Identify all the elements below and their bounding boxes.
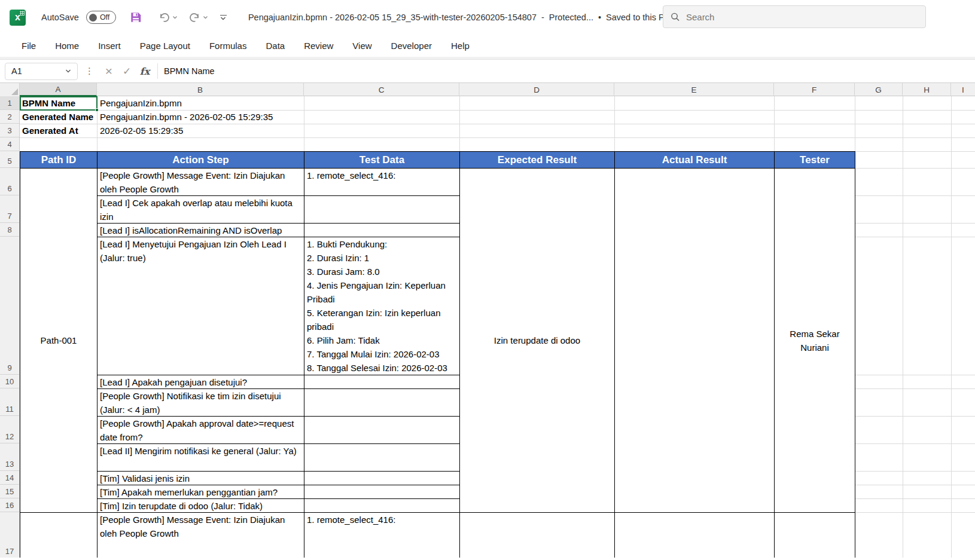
search-input[interactable] [686,12,918,22]
header-expected-result[interactable]: Expected Result [460,152,615,169]
tab-developer[interactable]: Developer [382,37,441,54]
cell-action-step[interactable]: [People Growth] Message Event: Izin Diaj… [98,513,304,558]
cell-test-data[interactable] [304,444,460,472]
row-header-17[interactable]: 17 [0,512,19,558]
cell-test-data[interactable] [304,389,460,417]
row-header-14[interactable]: 14 [0,471,19,485]
cell-action-step[interactable]: [Lead I] isAllocationRemaining AND isOve… [98,224,304,237]
row-header-11[interactable]: 11 [0,388,19,416]
cell-action-step[interactable]: [People Growth] Apakah approval date>=re… [98,417,304,444]
cell-path-id-next[interactable] [20,513,98,558]
column-header-e[interactable]: E [614,83,774,96]
excel-app-icon[interactable]: x [10,10,26,26]
row-header-5[interactable]: 5 [0,151,19,168]
cancel-button[interactable]: × [100,63,118,79]
column-header-d[interactable]: D [459,83,614,96]
cell-test-data[interactable]: 1. Bukti Pendukung: 2. Durasi Izin: 1 3.… [304,237,460,375]
cell-actual-result-next[interactable] [615,513,775,558]
cell-b3[interactable]: 2026-02-05 15:29:35 [97,124,304,137]
undo-dropdown-icon[interactable] [172,16,178,19]
name-box[interactable]: A1 [5,63,78,80]
row-header-9[interactable]: 9 [0,237,19,375]
column-header-c[interactable]: C [304,83,459,96]
redo-button[interactable] [188,12,208,23]
column-header-g[interactable]: G [855,83,903,96]
protected-label[interactable]: Protected... [549,13,593,22]
undo-button[interactable] [158,12,178,23]
cell-expected-result[interactable]: Izin terupdate di odoo [460,169,615,513]
column-header-i[interactable]: I [951,83,975,96]
cell-action-step[interactable]: [Lead I] Apakah pengajuan disetujui? [98,375,304,389]
customize-toolbar-button[interactable] [220,15,227,20]
header-actual-result[interactable]: Actual Result [615,152,775,169]
row-header-2[interactable]: 2 [0,110,19,124]
cell-test-data[interactable] [304,417,460,444]
cell-test-data[interactable] [304,472,460,485]
tab-insert[interactable]: Insert [89,37,130,54]
cell-test-data[interactable] [304,196,460,224]
cell-action-step[interactable]: [People Growth] Message Event: Izin Diaj… [98,169,304,196]
cell-action-step[interactable]: [People Growth] Notifikasi ke tim izin d… [98,389,304,417]
header-tester[interactable]: Tester [775,152,855,169]
cell-a2[interactable]: Generated Name [20,110,97,124]
cell-test-data[interactable] [304,224,460,237]
insert-function-button[interactable]: fx [136,63,154,79]
cell-path-id[interactable]: Path-001 [20,169,98,513]
tab-data[interactable]: Data [256,37,294,54]
cell-test-data[interactable] [304,375,460,389]
search-bar[interactable] [663,5,926,28]
cell-tester[interactable]: Rema Sekar Nuriani [775,169,855,513]
tab-file[interactable]: File [12,37,45,54]
redo-dropdown-icon[interactable] [203,16,208,19]
row-header-3[interactable]: 3 [0,124,19,137]
tab-review[interactable]: Review [294,37,343,54]
cell-action-step[interactable]: [Tim] Izin terupdate di odoo (Jalur: Tid… [98,499,304,513]
column-header-b[interactable]: B [97,83,304,96]
save-button[interactable] [129,11,142,24]
cell-b1[interactable]: PengajuanIzin.bpmn [97,96,304,110]
tab-home[interactable]: Home [45,37,89,54]
formula-input[interactable]: BPMN Name [164,66,215,76]
column-header-h[interactable]: H [903,83,951,96]
cell-action-step[interactable]: [Tim] Apakah memerlukan penggantian jam? [98,485,304,499]
cell-test-data[interactable] [304,485,460,499]
row-header-6[interactable]: 6 [0,168,19,195]
row-header-8[interactable]: 8 [0,223,19,237]
header-action-step[interactable]: Action Step [98,152,304,169]
cell-test-data[interactable] [304,499,460,513]
cell-actual-result[interactable] [615,169,775,513]
cell-b2[interactable]: PengajuanIzin.bpmn - 2026-02-05 15:29:35 [97,110,304,124]
header-test-data[interactable]: Test Data [304,152,460,169]
row-header-4[interactable]: 4 [0,137,19,151]
row-header-10[interactable]: 10 [0,375,19,388]
cell-action-step[interactable]: [Lead I] Menyetujui Pengajuan Izin Oleh … [98,237,304,375]
column-header-a[interactable]: A [20,83,97,96]
cell-test-data[interactable]: 1. remote_select_416: [304,513,460,558]
column-header-f[interactable]: F [774,83,855,96]
cell-a1[interactable]: BPMN Name [20,96,97,110]
row-header-7[interactable]: 7 [0,195,19,223]
select-all-button[interactable] [0,83,20,96]
tab-help[interactable]: Help [441,37,479,54]
row-header-12[interactable]: 12 [0,416,19,443]
saved-status[interactable]: Saved to this PC [606,13,671,22]
row-header-16[interactable]: 16 [0,498,19,512]
tab-formulas[interactable]: Formulas [200,37,257,54]
enter-button[interactable]: ✓ [118,63,136,79]
formula-bar-grip[interactable]: ⋮ [85,66,94,76]
row-header-15[interactable]: 15 [0,485,19,498]
cell-expected-result-next[interactable] [460,513,615,558]
cell-action-step[interactable]: [Lead I] Cek apakah overlap atau melebih… [98,196,304,224]
row-header-13[interactable]: 13 [0,443,19,471]
cell-a3[interactable]: Generated At [20,124,97,137]
cell-test-data[interactable]: 1. remote_select_416: [304,169,460,196]
autosave-toggle[interactable]: Off [86,11,116,24]
cell-action-step[interactable]: [Tim] Validasi jenis izin [98,472,304,485]
header-path-id[interactable]: Path ID [20,152,98,169]
tab-view[interactable]: View [343,37,381,54]
cell-tester-next[interactable] [775,513,855,558]
row-header-1[interactable]: 1 [0,96,19,110]
name-box-dropdown-icon[interactable] [65,69,71,73]
cell-action-step[interactable]: [Lead II] Mengirim notifikasi ke general… [98,444,304,472]
tab-page-layout[interactable]: Page Layout [130,37,200,54]
